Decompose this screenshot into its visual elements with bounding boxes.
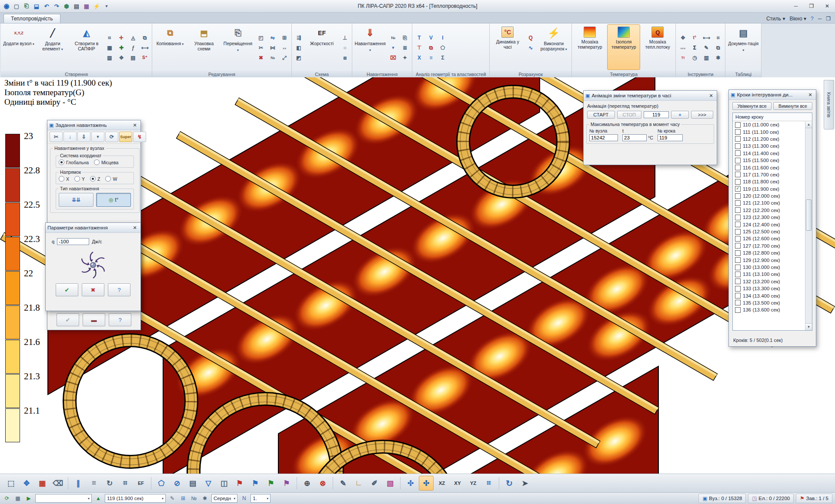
ribbon-button-documentation[interactable]: ▤Докумен-тація ▾ <box>727 24 760 70</box>
checkbox-icon[interactable] <box>735 272 741 277</box>
ruler-button[interactable]: ⟷ <box>701 33 712 43</box>
temp-load-button[interactable]: ↯ <box>133 132 146 142</box>
node-load-button[interactable]: ↓ <box>63 132 77 142</box>
flag-4-button[interactable]: ⚑ <box>279 476 294 491</box>
enable-all-button[interactable]: Увімкнути все <box>732 102 772 110</box>
redo-button[interactable]: ↷ <box>52 2 61 10</box>
filter-button[interactable]: ▽ <box>201 476 216 491</box>
help-button[interactable]: ? <box>108 283 130 296</box>
report-button[interactable]: ▥ <box>701 53 712 63</box>
add-plus-button[interactable]: ✚ <box>116 43 127 53</box>
view-yz-button[interactable]: YZ <box>466 476 481 491</box>
section-view-button[interactable]: ◫ <box>217 476 231 491</box>
checkbox-icon[interactable] <box>735 129 741 135</box>
step-list-item[interactable]: 127 (12.700 сек) <box>733 242 805 249</box>
ribbon-button-move[interactable]: ⎘Переміщення ▾ <box>221 24 254 70</box>
super-load-button[interactable]: Super <box>119 132 132 142</box>
checkbox-icon[interactable] <box>735 300 741 305</box>
ribbon-minimize-icon[interactable]: ─ <box>818 16 822 22</box>
confirm-button[interactable]: ✔ <box>57 313 79 326</box>
checkbox-icon[interactable] <box>735 179 741 185</box>
dir-x-button[interactable]: X <box>414 53 425 63</box>
frame-gen-button[interactable]: ⌗ <box>104 33 115 43</box>
radio-z[interactable]: Z <box>90 176 100 182</box>
delete-red-button[interactable]: ✖ <box>255 53 267 63</box>
marker-button[interactable]: ✎ <box>701 43 712 53</box>
disable-all-button[interactable]: Вимкнути все <box>773 102 812 110</box>
close-icon[interactable]: ✕ <box>131 122 139 129</box>
grid-small-button[interactable]: ⌗ <box>712 33 724 43</box>
model-viewport[interactable]: Зміни t° в часі 119 (11.900 сек) Ізополя… <box>0 77 835 474</box>
step-list-item[interactable]: 117 (11.700 сек) <box>733 171 805 178</box>
intersect-button[interactable]: ⋈ <box>267 43 278 53</box>
app-button[interactable]: ◉ <box>2 2 11 10</box>
cut-load-button[interactable]: ✂ <box>50 132 63 142</box>
view-space-button[interactable]: ✣ <box>403 476 418 491</box>
stop-button[interactable]: СТОП <box>617 111 642 119</box>
zoom-cancel-button[interactable]: ⊗ <box>315 476 330 491</box>
renumber-button[interactable]: ₁₂ <box>279 43 290 53</box>
load-num-button[interactable]: № <box>387 33 399 43</box>
scheme-button[interactable]: ▦ <box>82 2 91 10</box>
status-pack-icon[interactable]: ▦ <box>13 494 22 502</box>
view-projection-button[interactable]: ⌗ <box>481 476 496 491</box>
annotate-button[interactable]: ✐ <box>367 476 382 491</box>
step-list-item[interactable]: 136 (13.600 сек) <box>733 306 805 313</box>
status-edit-icon[interactable]: ✎ <box>168 494 177 502</box>
save-button[interactable]: ⬓ <box>32 2 41 10</box>
step-number-field[interactable] <box>658 134 683 141</box>
q-red-button[interactable]: Q <box>525 33 536 43</box>
step-list-item[interactable]: 118 (11.800 сек) <box>733 178 805 185</box>
ok-button[interactable]: ✔ <box>56 283 78 296</box>
measure2-button[interactable]: ⤢ <box>279 53 290 63</box>
ribbon-button-isofields-temperature[interactable]: Ізополя температур <box>607 24 640 70</box>
checkbox-icon[interactable] <box>735 243 741 249</box>
ribbon-button-add-node[interactable]: X,Y,ZДодати вузол ▾ <box>2 24 35 70</box>
bar-load-button[interactable]: ⇩ <box>77 132 90 142</box>
step-list-item[interactable]: ✓119 (11.900 сек) <box>733 186 805 192</box>
hinge-button[interactable]: ○ <box>339 43 351 53</box>
q-input[interactable] <box>57 238 89 245</box>
checkbox-icon[interactable] <box>735 193 741 199</box>
pack-tool-button[interactable]: ✥ <box>677 33 688 43</box>
step-list-item[interactable]: 125 (12.500 сек) <box>733 228 805 235</box>
step-plus-button[interactable]: + <box>671 111 689 119</box>
force-load-button[interactable]: ⇊⇊ <box>59 193 94 207</box>
apply-button[interactable]: ▬ <box>83 313 105 326</box>
fast-forward-button[interactable]: >>> <box>691 111 713 119</box>
checkbox-icon[interactable] <box>735 293 741 298</box>
axes-t-button[interactable]: ⊤ <box>414 43 425 53</box>
start-button[interactable]: СТАРТ <box>587 111 615 119</box>
step-list-item[interactable]: 130 (13.000 сек) <box>733 264 805 271</box>
q-plot-button[interactable]: ∿ <box>525 43 536 53</box>
step-list-item[interactable]: 126 (12.600 сек) <box>733 235 805 242</box>
ribbon-button-stiffness[interactable]: EFЖорсткості <box>305 24 338 70</box>
step-input[interactable] <box>644 111 669 118</box>
axes-gen-button[interactable]: ✛ <box>116 33 127 43</box>
dialog-title-bar[interactable]: Параметри навантаження ✕ <box>46 223 140 233</box>
checkbox-icon[interactable] <box>735 250 741 256</box>
step-list-item[interactable]: 131 (13.100 сек) <box>733 271 805 278</box>
step-list-item[interactable]: 133 (13.300 сек) <box>733 285 805 292</box>
cyclic-load-button[interactable]: ⟳ <box>105 132 118 142</box>
status-normal-icon[interactable]: N <box>240 494 248 502</box>
step-up-icon[interactable]: ▲ <box>94 494 103 502</box>
ribbon-button-loads[interactable]: ⇓Навантаження ▾ <box>354 24 387 70</box>
ribbon-button-copy[interactable]: ⧉Копіювання ▾ <box>154 24 187 70</box>
fragment2-button[interactable]: ◧ <box>293 43 304 53</box>
scale-spinner[interactable]: 1.▾ <box>250 494 271 503</box>
print-button[interactable]: ▤ <box>72 2 81 10</box>
view-isometric-button[interactable]: ✣ <box>419 476 434 491</box>
help-button[interactable]: ? <box>109 313 131 326</box>
flag-3-button[interactable]: ⚑ <box>264 476 278 491</box>
geometry-button[interactable]: ⬠ <box>437 43 448 53</box>
ribbon-button-pack-scheme[interactable]: ⬒Упаковка схеми <box>187 24 220 70</box>
undo-button[interactable]: ↶ <box>42 2 51 10</box>
scroll-up-icon[interactable]: ▲ <box>805 121 812 128</box>
palette-button[interactable]: ▧ <box>383 476 397 491</box>
node-number-field[interactable] <box>589 134 618 141</box>
geom-button[interactable]: ◰ <box>255 33 267 43</box>
status-play-icon[interactable]: ▶ <box>24 494 33 502</box>
rotate-3d-button[interactable]: ↻ <box>502 476 517 491</box>
step-list-item[interactable]: 135 (13.500 сек) <box>733 299 805 306</box>
